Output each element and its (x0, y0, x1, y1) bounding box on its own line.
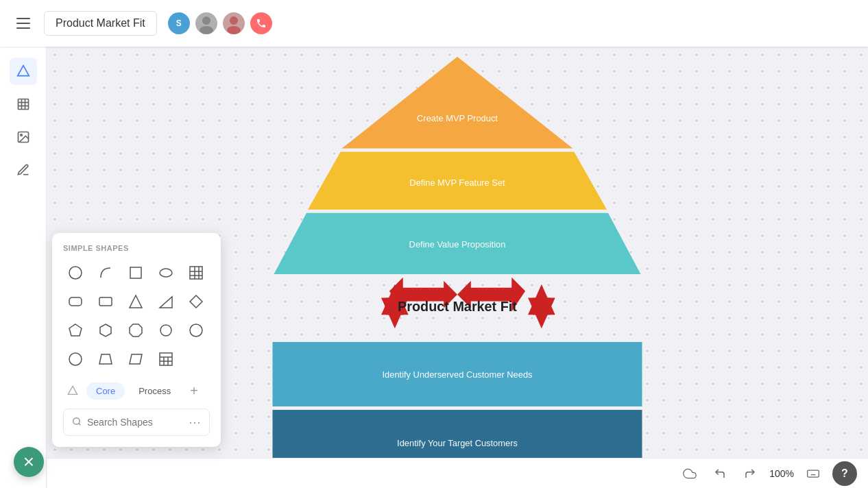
hexagon-shape[interactable] (93, 318, 118, 343)
svg-point-30 (69, 353, 82, 365)
layer-2-label: Define MVP Feature Set (409, 178, 505, 188)
svg-marker-4 (17, 66, 29, 76)
right-double-arrow (528, 284, 555, 328)
ellipse-shape[interactable] (154, 260, 178, 285)
svg-line-40 (79, 423, 81, 425)
trapezoid-shape[interactable] (93, 347, 118, 371)
table-shape[interactable] (154, 347, 178, 371)
shapes-section-label: SIMPLE SHAPES (63, 244, 210, 252)
svg-marker-25 (69, 324, 82, 336)
header: Product Market Fit S (0, 0, 868, 47)
svg-marker-23 (160, 297, 172, 308)
rounded-rect2-shape[interactable] (93, 289, 118, 314)
grid-shape[interactable] (184, 260, 208, 285)
shapes-tabs: Core Process + (63, 381, 210, 400)
search-more-icon[interactable]: ⋯ (189, 415, 201, 430)
svg-rect-13 (130, 267, 141, 278)
bottom-bar: 100% ? (47, 458, 868, 488)
frame-sidebar-icon[interactable] (10, 90, 37, 118)
svg-rect-46 (533, 298, 551, 315)
zoom-level: 100% (769, 468, 794, 479)
svg-marker-26 (100, 324, 111, 337)
right-triangle-shape[interactable] (154, 289, 178, 314)
document-title[interactable]: Product Market Fit (44, 11, 157, 36)
svg-marker-22 (130, 295, 142, 308)
avatar-b (195, 12, 217, 34)
shapes-sidebar-icon[interactable] (10, 58, 37, 85)
image-sidebar-icon[interactable] (10, 123, 37, 151)
square-shape[interactable] (123, 260, 148, 285)
svg-point-1 (200, 26, 213, 34)
rounded-rect-shape[interactable] (63, 289, 88, 314)
circle-shape[interactable] (63, 260, 88, 285)
parallelogram-shape[interactable] (123, 347, 148, 371)
diamond-shape[interactable] (184, 289, 208, 314)
avatar-r (223, 12, 245, 34)
search-icon (72, 417, 82, 428)
svg-point-3 (227, 26, 241, 34)
octagon-shape[interactable] (123, 318, 148, 343)
shapes-panel: SIMPLE SHAPES Core Process + (52, 233, 221, 447)
svg-point-39 (73, 417, 80, 424)
fab-button[interactable]: × (14, 447, 44, 477)
call-icon[interactable] (250, 12, 272, 34)
svg-marker-24 (190, 295, 202, 308)
add-tab-button[interactable]: + (184, 381, 204, 400)
keyboard-icon[interactable] (802, 463, 824, 485)
svg-point-0 (202, 16, 210, 25)
left-sidebar (0, 47, 47, 488)
svg-point-11 (20, 134, 21, 136)
svg-point-29 (190, 324, 202, 337)
circle4-shape[interactable] (63, 347, 88, 371)
svg-point-28 (160, 325, 171, 336)
pentagon-shape[interactable] (63, 318, 88, 343)
search-bar: ⋯ (63, 408, 210, 436)
avatar-s: S (168, 12, 190, 34)
svg-marker-31 (99, 354, 112, 364)
layer-1-triangle[interactable] (342, 57, 573, 149)
triangle-shape[interactable] (123, 289, 148, 314)
redo-icon[interactable] (739, 463, 761, 485)
layer-5-label: Identify Your Target Customers (397, 438, 518, 448)
svg-point-14 (160, 269, 172, 277)
svg-marker-32 (130, 354, 142, 364)
process-tab[interactable]: Process (129, 382, 180, 400)
svg-rect-33 (160, 353, 172, 365)
svg-point-12 (69, 267, 82, 279)
undo-icon[interactable] (709, 463, 731, 485)
layer-4-label: Identify Underserved Customer Needs (383, 369, 533, 380)
menu-button[interactable] (11, 11, 36, 36)
circle3-shape[interactable] (184, 318, 208, 343)
help-button[interactable]: ? (832, 461, 857, 486)
shapes-tab-icon[interactable] (63, 381, 82, 400)
svg-point-2 (230, 16, 238, 25)
shapes-grid (63, 260, 210, 371)
svg-rect-15 (190, 267, 202, 279)
svg-rect-20 (69, 297, 82, 306)
arc-shape[interactable] (93, 260, 118, 285)
svg-rect-21 (99, 297, 112, 306)
cloud-icon[interactable] (679, 463, 701, 485)
pmf-center-label: Product Market Fit (398, 299, 517, 314)
header-avatars: S (168, 12, 272, 34)
core-tab[interactable]: Core (86, 382, 125, 400)
svg-marker-38 (68, 386, 77, 394)
layer-3-label: Define Value Proposition (409, 239, 506, 249)
svg-rect-47 (808, 470, 819, 477)
search-input[interactable] (87, 417, 183, 428)
svg-marker-27 (130, 324, 142, 337)
circle2-shape[interactable] (154, 318, 178, 343)
svg-rect-5 (18, 99, 28, 110)
layer-1-label: Create MVP Product (417, 113, 498, 123)
draw-sidebar-icon[interactable] (10, 156, 37, 184)
